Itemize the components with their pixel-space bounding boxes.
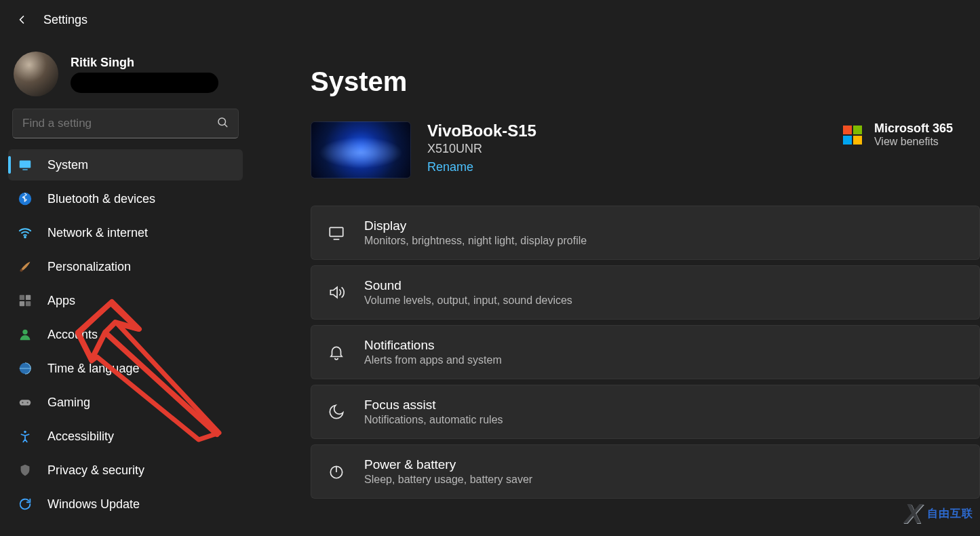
card-title: Power & battery [364,457,532,472]
card-notifications[interactable]: Notifications Alerts from apps and syste… [311,325,980,379]
app-title: Settings [43,13,87,27]
sidebar-item-system[interactable]: System [8,149,243,180]
sidebar-item-label: Bluetooth & devices [47,192,155,206]
sidebar-item-privacy[interactable]: Privacy & security [8,455,243,486]
header-bar: Settings [0,0,980,39]
svg-point-4 [24,237,26,238]
card-title: Focus assist [364,398,503,413]
svg-rect-7 [26,295,31,300]
search-input[interactable] [22,117,216,130]
wifi-icon [18,225,33,240]
sidebar-item-label: Time & language [47,362,139,376]
sidebar-item-label: Gaming [47,396,90,410]
card-display[interactable]: Display Monitors, brightness, night ligh… [311,206,980,260]
search-box[interactable] [12,109,239,138]
avatar [14,52,58,96]
sidebar-item-label: Accessibility [47,429,114,444]
sidebar-item-label: Apps [47,294,75,308]
brush-icon [18,259,33,274]
sidebar-item-network[interactable]: Network & internet [8,217,243,248]
globe-clock-icon [18,361,33,376]
nav: System Bluetooth & devices Network & int… [8,149,243,520]
card-title: Notifications [364,338,502,353]
sidebar-item-label: Accounts [47,328,98,342]
system-icon [18,157,33,172]
search-icon [216,116,229,131]
card-subtitle: Volume levels, output, input, sound devi… [364,294,572,307]
profile-email-redacted [71,73,218,93]
sidebar-item-personalization[interactable]: Personalization [8,251,243,282]
card-subtitle: Notifications, automatic rules [364,414,503,426]
accessibility-icon [18,429,33,444]
svg-rect-1 [20,161,31,168]
power-icon [328,463,345,480]
apps-icon [18,293,33,308]
sidebar-item-accounts[interactable]: Accounts [8,319,243,350]
ms365-subtitle: View benefits [874,136,953,148]
ms365-title: Microsoft 365 [874,121,953,136]
bluetooth-icon [18,191,33,206]
svg-point-14 [27,402,28,403]
svg-point-5 [20,269,22,271]
sidebar-item-label: Network & internet [47,226,148,240]
device-thumbnail [311,121,411,178]
moon-icon [328,403,345,421]
sidebar-item-bluetooth[interactable]: Bluetooth & devices [8,183,243,214]
device-name: VivoBook-S15 [427,121,536,140]
update-icon [18,497,33,512]
rename-link[interactable]: Rename [427,160,536,174]
card-sound[interactable]: Sound Volume levels, output, input, soun… [311,265,980,320]
back-button[interactable] [15,13,28,26]
card-subtitle: Monitors, brightness, night light, displ… [364,235,587,247]
card-title: Sound [364,278,572,293]
svg-point-13 [22,402,23,403]
svg-rect-9 [26,301,31,306]
sidebar-item-time-language[interactable]: Time & language [8,353,243,384]
display-icon [328,224,345,242]
sidebar-item-label: Privacy & security [47,463,144,478]
page-title: System [311,66,980,97]
sidebar-item-windows-update[interactable]: Windows Update [8,489,243,520]
shield-icon [18,463,33,478]
svg-rect-6 [20,295,24,300]
card-title: Display [364,218,587,233]
card-focus-assist[interactable]: Focus assist Notifications, automatic ru… [311,385,980,439]
main-panel: System VivoBook-S15 X510UNR Rename Micro… [251,39,980,536]
gamepad-icon [18,395,33,410]
sidebar: Ritik Singh System [0,39,251,536]
card-subtitle: Alerts from apps and system [364,354,502,366]
svg-rect-8 [20,301,24,306]
svg-rect-12 [20,400,31,405]
profile-name: Ritik Singh [71,56,218,70]
card-subtitle: Sleep, battery usage, battery saver [364,474,532,486]
sidebar-item-label: Windows Update [47,497,140,512]
svg-point-0 [218,118,226,126]
sound-icon [328,284,345,301]
svg-point-10 [22,330,27,334]
sidebar-item-accessibility[interactable]: Accessibility [8,421,243,452]
sidebar-item-apps[interactable]: Apps [8,285,243,316]
watermark-text: 自由互联 [927,507,973,521]
svg-point-15 [24,431,26,434]
watermark: X 自由互联 [904,499,973,529]
sidebar-item-gaming[interactable]: Gaming [8,387,243,418]
svg-rect-2 [22,169,27,170]
device-row: VivoBook-S15 X510UNR Rename Microsoft 36… [311,121,980,178]
svg-rect-16 [330,227,343,236]
device-model: X510UNR [427,142,536,156]
sidebar-item-label: Personalization [47,260,131,274]
profile-block[interactable]: Ritik Singh [8,46,243,109]
microsoft-logo-icon [843,126,862,145]
sidebar-item-label: System [47,158,88,172]
card-power-battery[interactable]: Power & battery Sleep, battery usage, ba… [311,444,980,499]
bell-icon [328,343,345,361]
accounts-icon [18,327,33,342]
microsoft365-block[interactable]: Microsoft 365 View benefits [843,121,980,148]
